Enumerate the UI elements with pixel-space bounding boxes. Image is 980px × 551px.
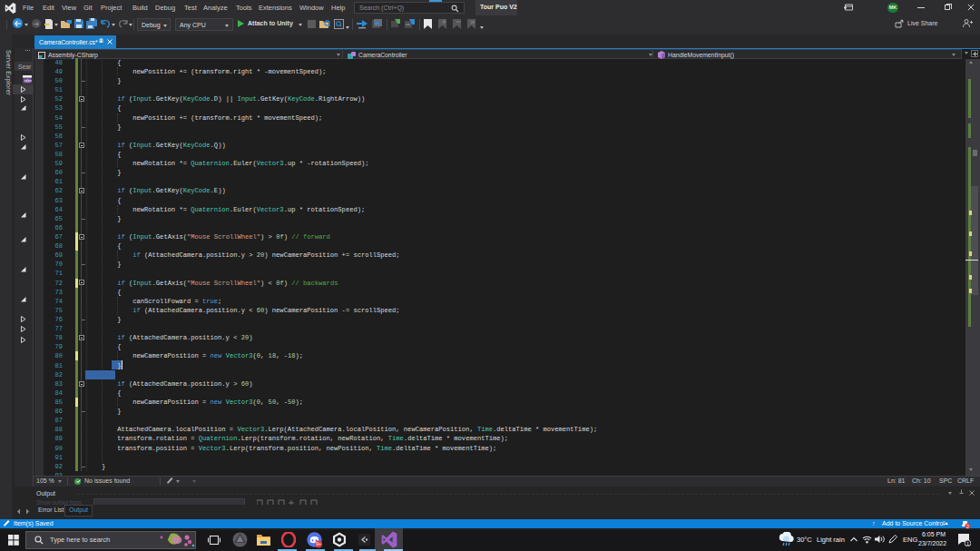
svg-text:9+: 9+: [316, 541, 321, 546]
svg-text:2: 2: [966, 523, 969, 528]
svg-text:1: 1: [966, 541, 969, 546]
